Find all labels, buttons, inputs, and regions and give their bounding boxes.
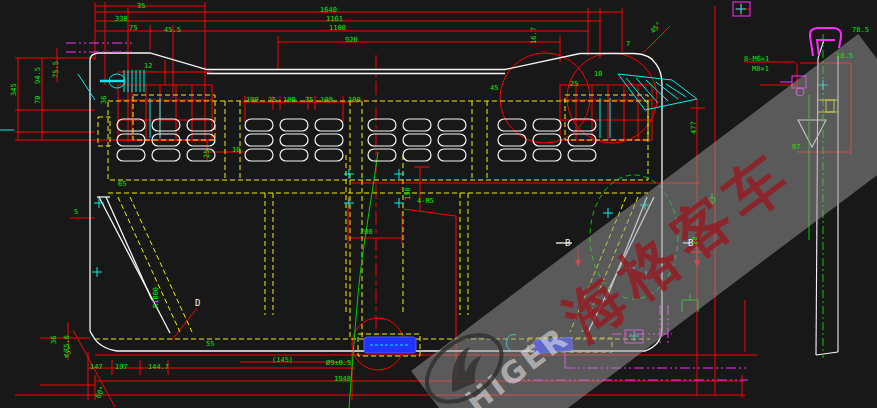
louver-slot: [187, 119, 215, 131]
louver-slot: [280, 134, 308, 146]
louver-slot: [117, 119, 145, 131]
louver-slot: [498, 149, 526, 161]
louver-slot: [403, 149, 431, 161]
louver-slot: [152, 149, 180, 161]
louver-slot: [403, 119, 431, 131]
louver-slot: [533, 149, 561, 161]
louver-slot: [403, 134, 431, 146]
louver-slot: [280, 149, 308, 161]
louver-slot: [245, 149, 273, 161]
drawing-canvas[interactable]: HIGER 海格客车 353307545.516401161110092016.…: [0, 0, 877, 408]
louver-slot: [368, 134, 396, 146]
louver-slot: [187, 149, 215, 161]
louver-slot: [280, 119, 308, 131]
louver-slot: [568, 149, 596, 161]
louver-slot: [533, 134, 561, 146]
louver-slot: [368, 119, 396, 131]
louver-slot: [117, 149, 145, 161]
louver-slot: [245, 134, 273, 146]
louver-slot: [315, 149, 343, 161]
louver-slot: [533, 119, 561, 131]
louver-slot: [438, 149, 466, 161]
louver-slot: [368, 149, 396, 161]
louver-slot: [315, 134, 343, 146]
louver-slot: [315, 119, 343, 131]
louver-slot: [438, 134, 466, 146]
louver-slot: [245, 119, 273, 131]
louver-slot: [498, 134, 526, 146]
louver-slot: [438, 119, 466, 131]
